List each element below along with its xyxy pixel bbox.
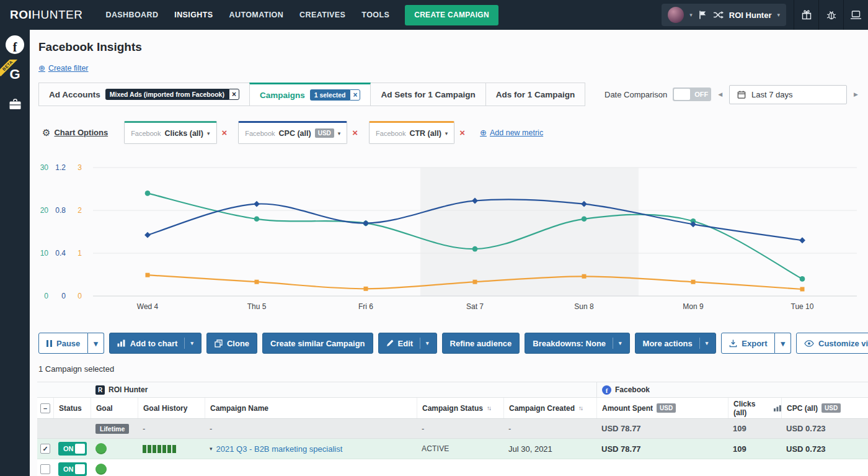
column-header-goal[interactable]: Goal [91, 398, 138, 418]
create-campaign-button[interactable]: CREATE CAMPAIGN [405, 5, 498, 25]
nav-item-creatives[interactable]: CREATIVES [291, 0, 353, 30]
tab-label: Ad Accounts [49, 90, 100, 99]
row-checkbox[interactable]: ✓ [40, 444, 50, 454]
clone-icon [215, 339, 223, 348]
svg-text:3: 3 [78, 163, 82, 172]
nav-item-insights[interactable]: INSIGHTS [166, 0, 221, 30]
date-prev-button[interactable]: ◀ [717, 90, 724, 99]
gift-icon[interactable] [794, 0, 818, 30]
app-logo[interactable]: ROIHUNTER [0, 8, 97, 22]
campaign-status-toggle[interactable]: ON [58, 442, 87, 456]
customize-view-button[interactable]: Customize view [796, 333, 868, 354]
column-header-campaign-status[interactable]: Campaign Status ↑↓ [417, 398, 503, 418]
select-all-checkbox[interactable]: – [40, 403, 50, 413]
clear-ad-account-filter-button[interactable]: × [229, 89, 239, 100]
group-roi-hunter: R ROI Hunter [91, 382, 596, 397]
export-dropdown-button[interactable]: ▾ [775, 333, 791, 354]
group-facebook: f Facebook [596, 382, 868, 397]
chevron-down-icon: ▾ [619, 340, 622, 346]
line-chart: 010203000.40.81.20123Wed 4Thu 5Fri 6Sat … [38, 153, 863, 315]
channel-sidebar: f BETA G [0, 30, 30, 476]
tab-ad-accounts[interactable]: Ad Accounts Mixed Ads (imported from Fac… [38, 83, 250, 106]
column-header-cpc[interactable]: CPC (all) USD [781, 398, 868, 418]
create-filter-label: Create filter [48, 64, 89, 73]
nav-item-automation[interactable]: AUTOMATION [221, 0, 292, 30]
sidebar-item-facebook[interactable]: f [0, 30, 30, 60]
usd-badge: USD [657, 403, 676, 413]
help-center-icon[interactable] [843, 0, 868, 30]
campaign-name-link[interactable]: 2021 Q3 - B2B marketing specialist [216, 444, 343, 454]
chart-icon [117, 339, 126, 347]
row-checkbox[interactable] [40, 464, 50, 474]
summary-cpc: USD 0.723 [781, 419, 868, 438]
pencil-icon [386, 339, 394, 347]
metric-selector-ctr[interactable]: Facebook CTR (all) ▾ [369, 121, 454, 144]
date-range-picker[interactable]: Last 7 days [729, 85, 847, 104]
edit-button[interactable]: Edit ▾ [378, 333, 437, 354]
account-caret-icon[interactable]: ▾ [777, 12, 780, 18]
account-name[interactable]: ROI Hunter [729, 11, 772, 20]
svg-text:0: 0 [44, 292, 48, 300]
column-header-campaign-name[interactable]: Campaign Name [205, 398, 417, 418]
gear-icon: ⚙ [42, 127, 50, 138]
shuffle-icon[interactable] [713, 11, 724, 19]
goal-icon [95, 443, 107, 454]
avatar-caret-icon[interactable]: ▾ [689, 12, 693, 18]
download-icon [729, 339, 737, 348]
usd-badge: USD [315, 128, 334, 138]
nav-item-dashboard[interactable]: DASHBOARD [97, 0, 166, 30]
avatar[interactable] [668, 7, 684, 23]
table-row[interactable]: ON [37, 459, 868, 476]
tab-ads[interactable]: Ads for 1 Campaign [485, 83, 586, 106]
column-header-clicks[interactable]: Clicks (all) [728, 398, 781, 418]
goal-icon [95, 464, 107, 475]
campaign-status-toggle[interactable]: ON [58, 462, 87, 476]
flag-icon[interactable] [698, 10, 707, 20]
metric-selector-clicks[interactable]: Facebook Clicks (all) ▾ [124, 121, 216, 144]
date-comparison-toggle[interactable]: OFF [673, 88, 711, 101]
main-content: Facebook Insights ⊕ Create filter Ad Acc… [30, 30, 868, 476]
add-new-metric-label: Add new metric [490, 128, 543, 137]
date-next-button[interactable]: ▶ [852, 90, 859, 99]
column-header-goal-history[interactable]: Goal History [138, 398, 205, 418]
add-to-chart-button[interactable]: Add to chart ▾ [109, 333, 202, 354]
tab-label: Ads for 1 Campaign [496, 90, 575, 99]
pause-dropdown-button[interactable]: ▾ [88, 333, 104, 354]
svg-text:2: 2 [78, 206, 82, 215]
svg-text:Sun 8: Sun 8 [574, 302, 594, 311]
lifetime-badge: Lifetime [95, 424, 129, 434]
table-row[interactable]: ✓ ON ▾ 2021 Q3 - B2B marketing specialis… [37, 439, 868, 459]
more-actions-button[interactable]: More actions ▾ [635, 333, 717, 354]
export-button[interactable]: Export [721, 333, 775, 354]
add-new-metric-link[interactable]: ⊕ Add new metric [480, 128, 543, 137]
bug-report-icon[interactable] [818, 0, 843, 30]
metric-selector-cpc[interactable]: Facebook CPC (all) USD ▾ [238, 121, 347, 144]
svg-text:0.4: 0.4 [55, 249, 66, 258]
column-header-status[interactable]: Status [53, 398, 91, 418]
toggle-knob [674, 89, 690, 100]
page-title: Facebook Insights [38, 40, 868, 54]
chart-options-link[interactable]: ⚙ Chart Options [42, 127, 108, 138]
column-header-campaign-created[interactable]: Campaign Created ↑↓ [503, 398, 596, 418]
nav-item-tools[interactable]: TOOLS [353, 0, 397, 30]
chevron-down-icon: ▾ [445, 130, 448, 137]
facebook-icon: f [602, 385, 611, 395]
pause-button[interactable]: Pause [38, 333, 88, 354]
tab-campaigns[interactable]: Campaigns 1 selected × [249, 83, 371, 106]
insights-tab-bar: Ad Accounts Mixed Ads (imported from Fac… [38, 83, 859, 106]
refine-audience-button[interactable]: Refine audience [442, 333, 520, 354]
create-filter-link[interactable]: ⊕ Create filter [38, 63, 89, 73]
sidebar-item-google[interactable]: BETA G [0, 60, 30, 89]
clear-selection-button[interactable]: × [350, 89, 360, 101]
breakdowns-button[interactable]: Breakdowns: None ▾ [525, 333, 629, 354]
tab-ad-sets[interactable]: Ad Sets for 1 Campaign [370, 83, 485, 106]
remove-metric-ctr-button[interactable]: × [459, 127, 465, 138]
sidebar-item-business[interactable] [0, 89, 30, 119]
column-header-amount-spent[interactable]: Amount Spent USD [596, 398, 728, 418]
remove-metric-cpc-button[interactable]: × [352, 127, 358, 138]
plus-circle-icon: ⊕ [38, 63, 45, 73]
create-similar-campaign-button[interactable]: Create similar Campaign [262, 333, 373, 354]
expand-caret-icon[interactable]: ▾ [210, 446, 213, 452]
clone-button[interactable]: Clone [206, 333, 257, 354]
remove-metric-clicks-button[interactable]: × [222, 127, 228, 138]
